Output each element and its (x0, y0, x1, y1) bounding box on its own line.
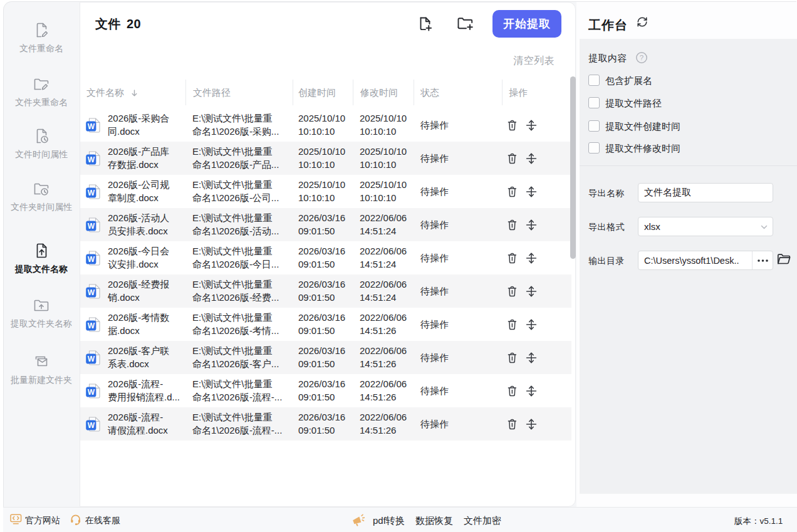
move-row-icon[interactable] (525, 385, 538, 397)
cell-file-name: 2026版-考情数 据.docx (108, 311, 169, 337)
table-row[interactable]: W 2026版-流程- 费用报销流程.d... E:\测试文件\批量重 命名1\… (80, 374, 571, 407)
table-row[interactable]: W 2026版-采购合 同.docx E:\测试文件\批量重 命名1\2026版… (80, 108, 571, 142)
table-row[interactable]: W 2026版-今日会 议安排.docx E:\测试文件\批量重 命名1\202… (80, 241, 571, 274)
svg-text:W: W (88, 222, 95, 231)
chevron-down-icon (761, 225, 768, 229)
help-button[interactable]: ? (635, 51, 648, 64)
batch-new-folder-icon (33, 353, 50, 370)
export-format-label: 导出格式 (588, 222, 625, 233)
delete-row-icon[interactable] (506, 418, 519, 430)
pdf-convert-link[interactable]: pdf转换 (373, 515, 405, 527)
add-file-button[interactable] (417, 16, 433, 32)
folder-icon (777, 253, 791, 266)
svg-text:W: W (88, 388, 95, 397)
export-format-select[interactable]: xlsx (638, 217, 773, 236)
cell-file-path: E:\测试文件\批量重 命名1\2026版-流程-... (192, 410, 282, 437)
cell-file-path: E:\测试文件\批量重 命名1\2026版-活动... (192, 211, 279, 237)
online-support-link[interactable]: 在线客服 (85, 515, 120, 526)
checkbox-box[interactable] (588, 97, 600, 108)
table-row[interactable]: W 2026版-考情数 据.docx E:\测试文件\批量重 命名1\2026版… (80, 308, 571, 341)
sidebar-item-folder-time[interactable]: 文件夹时间属性 (3, 180, 80, 212)
delete-row-icon[interactable] (506, 352, 519, 364)
move-row-icon[interactable] (525, 352, 538, 364)
sort-descending-icon (130, 89, 138, 97)
output-dir-input[interactable]: C:\Users\yssoft1\Desk.. (638, 251, 773, 270)
column-separator (185, 80, 186, 105)
refresh-button[interactable] (637, 16, 648, 28)
word-file-icon: W (85, 316, 102, 333)
move-row-icon[interactable] (525, 418, 538, 430)
delete-row-icon[interactable] (506, 152, 519, 165)
folder-rename-icon (33, 75, 50, 93)
column-header-modified-time: 修改时间 (360, 87, 398, 99)
delete-row-icon[interactable] (506, 385, 519, 397)
delete-row-icon[interactable] (506, 219, 519, 231)
column-header-file-name[interactable]: 文件名称 (86, 87, 138, 99)
move-row-icon[interactable] (525, 252, 538, 264)
sidebar-item-label: 文件夹重命名 (3, 97, 80, 108)
output-dir-value: C:\Users\yssoft1\Desk.. (644, 256, 752, 266)
checkbox-box[interactable] (588, 120, 600, 132)
table-scrollbar[interactable] (570, 76, 576, 259)
clear-list-button[interactable]: 清空列表 (513, 55, 555, 68)
table-row[interactable]: W 2026版-活动人 员安排表.docx E:\测试文件\批量重 命名1\20… (80, 208, 571, 241)
column-separator (353, 80, 353, 105)
add-folder-button[interactable] (457, 18, 474, 31)
move-row-icon[interactable] (525, 219, 538, 231)
delete-row-icon[interactable] (506, 285, 519, 298)
table-row[interactable]: W 2026版-客户联 系表.docx E:\测试文件\批量重 命名1\2026… (80, 341, 571, 374)
delete-row-icon[interactable] (506, 318, 519, 331)
browse-more-button[interactable] (752, 251, 773, 269)
official-website-link[interactable]: 官方网站 (25, 515, 60, 526)
move-row-icon[interactable] (525, 185, 538, 198)
file-encrypt-link[interactable]: 文件加密 (464, 515, 501, 527)
cell-file-name: 2026版-活动人 员安排表.docx (108, 211, 169, 237)
delete-row-icon[interactable] (506, 119, 519, 132)
open-folder-button[interactable] (777, 253, 791, 266)
checkbox-box[interactable] (588, 142, 600, 154)
move-row-icon[interactable] (525, 285, 538, 298)
sidebar-item-file-rename[interactable]: 文件重命名 (3, 21, 80, 54)
table-row[interactable]: W 2026版-公司规 章制度.docx E:\测试文件\批量重 命名1\202… (80, 175, 571, 208)
cell-created-time: 2026/03/16 09:01:50 (298, 278, 345, 304)
sidebar-item-extract-file-name[interactable]: 提取文件名称 (3, 242, 80, 274)
start-extract-button[interactable]: 开始提取 (492, 10, 561, 38)
export-name-input[interactable]: 文件名提取 (638, 183, 773, 202)
svg-text:W: W (88, 288, 95, 297)
delete-row-icon[interactable] (506, 185, 519, 198)
sidebar-item-file-time[interactable]: 文件时间属性 (3, 127, 80, 160)
table-row[interactable]: W 2026版-流程- 请假流程.docx E:\测试文件\批量重 命名1\20… (80, 407, 571, 441)
word-file-icon: W (85, 117, 102, 133)
sidebar-item-folder-rename[interactable]: 文件夹重命名 (3, 75, 80, 108)
export-name-label: 导出名称 (588, 188, 625, 199)
version-label: 版本：v5.1.1 (734, 516, 783, 527)
table-row[interactable]: W 2026版-经费报 销.docx E:\测试文件\批量重 命名1\2026版… (80, 274, 571, 308)
cell-status: 待操作 (420, 351, 449, 364)
sidebar-item-batch-new-folder[interactable]: 批量新建文件夹 (3, 353, 80, 385)
cell-modified-time: 2022/06/06 14:51:26 (360, 344, 407, 370)
word-file-icon: W (85, 150, 102, 167)
checkbox-label: 包含扩展名 (605, 75, 652, 87)
cell-status: 待操作 (420, 152, 449, 165)
column-separator (414, 80, 414, 105)
delete-row-icon[interactable] (506, 252, 519, 264)
sidebar-item-extract-folder-name[interactable]: 提取文件夹名称 (3, 296, 80, 329)
cell-file-name: 2026版-流程- 请假流程.docx (108, 410, 168, 437)
svg-text:W: W (88, 421, 95, 430)
move-row-icon[interactable] (525, 119, 538, 132)
word-file-icon: W (85, 184, 102, 200)
data-recovery-link[interactable]: 数据恢复 (415, 515, 453, 527)
checkbox-label: 提取文件创建时间 (605, 121, 680, 133)
sidebar-item-label: 批量新建文件夹 (3, 375, 80, 385)
cell-modified-time: 2022/06/06 14:51:24 (360, 211, 407, 237)
move-row-icon[interactable] (525, 152, 538, 165)
word-file-icon: W (85, 283, 102, 300)
cell-status: 待操作 (420, 417, 449, 430)
move-row-icon[interactable] (525, 318, 538, 331)
cell-created-time: 2025/10/10 10:10:10 (298, 112, 345, 138)
cell-created-time: 2025/10/10 10:10:10 (298, 145, 345, 171)
cell-file-path: E:\测试文件\批量重 命名1\2026版-今日... (192, 244, 279, 271)
checkbox-box[interactable] (588, 75, 600, 86)
cell-created-time: 2026/03/16 09:01:50 (298, 410, 345, 437)
table-row[interactable]: W 2026版-产品库 存数据.docx E:\测试文件\批量重 命名1\202… (80, 142, 571, 175)
